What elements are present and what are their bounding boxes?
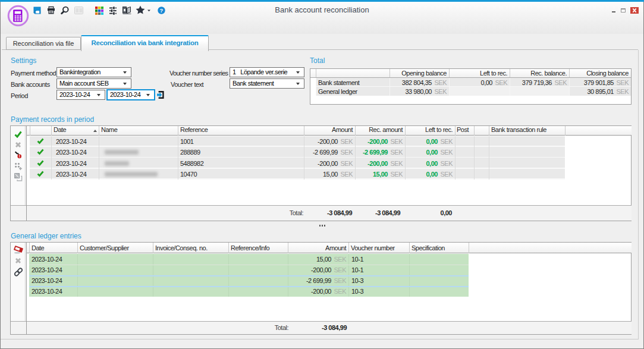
svg-text:?: ?	[160, 7, 164, 14]
